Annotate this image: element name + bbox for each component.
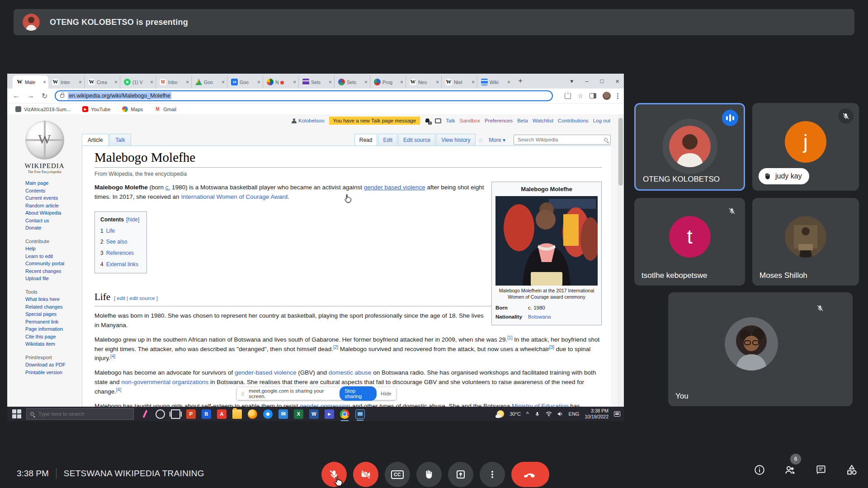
taskbar-app-icon[interactable] bbox=[325, 409, 334, 419]
wiki-personal-link[interactable]: Talk bbox=[446, 118, 455, 123]
taskbar-app-icon[interactable]: B bbox=[202, 409, 211, 419]
toc-entry[interactable]: 2See also bbox=[100, 238, 139, 246]
taskbar-app-icon[interactable] bbox=[156, 409, 165, 419]
browser-tab[interactable]: W Crea × bbox=[84, 75, 120, 89]
bookmark-item[interactable]: ▶ YouTube bbox=[82, 106, 110, 112]
browser-tab[interactable]: W Ntel × bbox=[441, 75, 477, 89]
tab-close-icon[interactable]: × bbox=[436, 79, 439, 85]
wiki-user-link[interactable]: Kolobetsoo bbox=[292, 118, 325, 123]
wiki-personal-link[interactable]: Preferences bbox=[485, 118, 513, 123]
wiki-sidebar-link[interactable]: Page information bbox=[25, 325, 82, 333]
talk-page-message-badge[interactable]: You have a new Talk page message bbox=[329, 117, 420, 125]
tab-close-icon[interactable]: × bbox=[257, 79, 260, 85]
tab-close-icon[interactable]: × bbox=[186, 79, 189, 85]
volume-icon[interactable] bbox=[557, 411, 563, 417]
wiki-sidebar-link[interactable]: Upload file bbox=[25, 275, 82, 282]
taskbar-search-box[interactable] bbox=[26, 408, 134, 420]
taskbar-weather[interactable]: 30°C bbox=[509, 411, 521, 417]
wiki-namespace-tab[interactable]: Talk bbox=[109, 134, 131, 145]
tab-close-icon[interactable]: × bbox=[329, 79, 332, 85]
weather-icon[interactable] bbox=[497, 410, 504, 418]
participants-button[interactable]: 6 bbox=[784, 464, 797, 476]
wiki-sidebar-link[interactable]: Contents bbox=[25, 187, 82, 195]
tab-search-icon[interactable]: ▾ bbox=[571, 78, 574, 84]
wiki-personal-link[interactable]: Watchlist bbox=[533, 118, 553, 123]
bookmark-item[interactable]: Maps bbox=[122, 106, 143, 112]
tab-close-icon[interactable]: × bbox=[79, 79, 82, 85]
taskbar-app-icon[interactable] bbox=[278, 409, 288, 419]
microphone-tray-icon[interactable] bbox=[534, 411, 540, 417]
wiki-sidebar-link[interactable]: Recent changes bbox=[25, 267, 82, 275]
browser-tab[interactable]: Sets × bbox=[298, 75, 334, 89]
browser-tab[interactable]: W Neo × bbox=[406, 75, 441, 89]
page-scrollbar[interactable] bbox=[618, 114, 624, 407]
infobox-photo[interactable] bbox=[495, 196, 598, 286]
wiki-sidebar-link[interactable]: Random article bbox=[25, 202, 82, 210]
tab-close-icon[interactable]: × bbox=[364, 79, 368, 85]
wiki-action-tab[interactable]: Edit source bbox=[398, 134, 435, 145]
forward-icon[interactable]: → bbox=[27, 92, 34, 100]
side-panel-icon[interactable] bbox=[590, 93, 596, 99]
language-indicator[interactable]: ENG bbox=[569, 411, 580, 417]
hide-share-bar-button[interactable]: Hide bbox=[381, 391, 392, 396]
taskbar-app-icon[interactable]: P bbox=[186, 409, 196, 419]
wiki-sidebar-link[interactable]: Main page bbox=[25, 179, 82, 187]
wiki-search-box[interactable] bbox=[514, 135, 611, 145]
participant-tile-you[interactable]: You bbox=[668, 292, 853, 406]
windows-start-button[interactable] bbox=[11, 408, 23, 420]
drag-handle-icon[interactable]: || bbox=[241, 391, 245, 396]
browser-tab[interactable]: 19 Goo × bbox=[227, 75, 263, 89]
wiki-namespace-tab[interactable]: Article bbox=[82, 134, 108, 145]
tab-close-icon[interactable]: × bbox=[293, 79, 296, 85]
notices-tray-icon[interactable] bbox=[435, 118, 441, 123]
chat-button[interactable] bbox=[815, 464, 827, 476]
taskbar-app-icon[interactable] bbox=[248, 409, 257, 419]
taskbar-app-icon[interactable] bbox=[263, 409, 273, 419]
browser-tab[interactable]: (1) V × bbox=[120, 75, 156, 89]
browser-tab[interactable]: W Inter × bbox=[48, 75, 84, 89]
wiki-search-input[interactable] bbox=[517, 136, 604, 143]
participant-tile-moses[interactable]: Moses Shilloh bbox=[752, 198, 859, 286]
tab-close-icon[interactable]: × bbox=[150, 79, 153, 85]
browser-tab[interactable]: Wiki × bbox=[477, 75, 513, 89]
wiki-sidebar-link[interactable]: About Wikipedia bbox=[25, 209, 82, 217]
wiki-action-tab[interactable]: Read bbox=[354, 134, 377, 145]
toc-hide-link[interactable]: [hide] bbox=[126, 216, 139, 223]
minimize-icon[interactable]: – bbox=[585, 78, 588, 84]
close-icon[interactable]: × bbox=[615, 77, 619, 85]
browser-tab[interactable]: W Male × bbox=[13, 75, 48, 89]
raise-hand-button[interactable] bbox=[416, 462, 442, 487]
hidden-icons-chevron[interactable]: ^ bbox=[526, 411, 529, 417]
wiki-sidebar-link[interactable]: Download as PDF bbox=[25, 361, 82, 369]
wiki-personal-link[interactable]: Log out bbox=[593, 118, 610, 123]
wiki-sidebar-link[interactable]: What links here bbox=[25, 296, 82, 303]
wiki-sidebar-link[interactable]: Print/export bbox=[25, 354, 82, 361]
tab-close-icon[interactable]: × bbox=[114, 79, 118, 85]
back-icon[interactable]: ← bbox=[13, 92, 20, 100]
browser-tab[interactable]: N × bbox=[263, 75, 298, 89]
browser-tab[interactable]: M Inbo × bbox=[156, 75, 191, 89]
present-button[interactable] bbox=[448, 462, 473, 487]
tab-close-icon[interactable]: × bbox=[400, 79, 403, 85]
captions-button[interactable]: CC bbox=[385, 462, 410, 487]
network-icon[interactable] bbox=[546, 411, 552, 417]
new-tab-button[interactable]: + bbox=[514, 75, 526, 87]
taskbar-app-icon[interactable]: W bbox=[309, 409, 319, 419]
tab-close-icon[interactable]: × bbox=[222, 79, 225, 85]
bookmark-item[interactable]: VizAfrica2019-Sum... bbox=[15, 106, 71, 112]
taskbar-app-icon[interactable] bbox=[232, 409, 242, 419]
meeting-details-button[interactable] bbox=[753, 464, 766, 476]
stop-sharing-button[interactable]: Stop sharing bbox=[340, 386, 377, 401]
bookmark-item[interactable]: M Gmail bbox=[155, 106, 176, 112]
bookmark-star-icon[interactable]: ☆ bbox=[577, 92, 583, 99]
watchlist-star-icon[interactable]: ☆ bbox=[476, 137, 486, 145]
browser-tab[interactable]: Goo × bbox=[191, 75, 227, 89]
taskbar-clock[interactable]: 3:38 PM 10/19/2022 bbox=[585, 408, 609, 420]
wiki-personal-link[interactable]: Sandbox bbox=[460, 118, 480, 123]
tab-close-icon[interactable]: × bbox=[472, 79, 475, 85]
participant-tile-judy[interactable]: j judy kay bbox=[752, 103, 859, 191]
wiki-sidebar-link[interactable]: Contact us bbox=[25, 217, 82, 225]
browser-tab[interactable]: Prog × bbox=[370, 75, 406, 89]
wiki-sidebar-link[interactable]: Community portal bbox=[25, 260, 82, 267]
url-text[interactable]: en.wikipedia.org/wiki/Malebogo_Molefhe bbox=[68, 92, 171, 99]
